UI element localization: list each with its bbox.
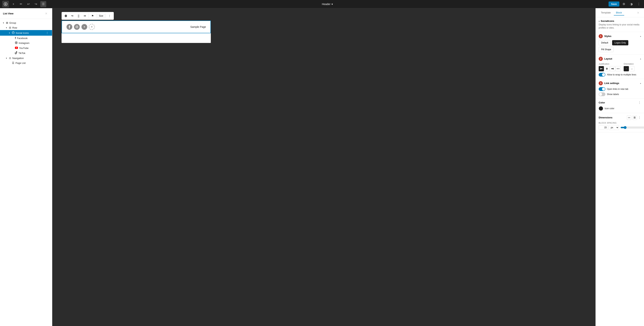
style-pill-shape-button[interactable]: Pill Shape (599, 47, 614, 52)
dimensions-chain-icon[interactable]: ⛓ (632, 115, 637, 120)
dimensions-link-icon[interactable] (627, 115, 631, 120)
justify-right-button[interactable] (610, 66, 615, 71)
contrast-button[interactable]: ◑ (628, 1, 634, 7)
open-new-tab-knob (602, 88, 605, 91)
color-more-icon[interactable]: ⋮ (638, 101, 641, 104)
tab-block[interactable]: Block (614, 10, 624, 16)
orient-horizontal-button[interactable]: → (624, 66, 629, 71)
wrap-toggle[interactable] (599, 73, 606, 77)
layout-section-header: 2 Layout ▴ (599, 57, 641, 61)
svg-rect-17 (600, 68, 601, 70)
block-spacing-slider[interactable] (620, 126, 644, 129)
justify-space-between-button[interactable] (616, 66, 621, 71)
tree-item-page-list[interactable]: ▾ ☰ Page List (0, 61, 52, 65)
style-logos-only-button[interactable]: Logos Only (612, 40, 628, 45)
panel-tabs: Template Block (599, 10, 624, 16)
edit-button[interactable]: ✏ (18, 1, 24, 7)
youtube-social-icon[interactable] (81, 24, 87, 30)
svg-rect-22 (613, 68, 614, 70)
styles-collapse-icon[interactable]: ▴ (640, 35, 641, 37)
tree-item-row[interactable]: ▾ ⊟ Row (0, 25, 52, 30)
share-toolbar-button[interactable] (69, 13, 75, 19)
add-social-icon-button[interactable]: + (89, 24, 95, 30)
open-new-tab-row: Open links in new tab (599, 87, 641, 91)
spacing-unit-select[interactable]: px em rem (609, 125, 619, 130)
group-icon: ⊞ (6, 21, 8, 24)
social-icons-panel-title: SocialIcons (601, 20, 614, 23)
open-new-tab-toggle[interactable] (599, 87, 606, 91)
instagram-social-icon[interactable] (74, 24, 80, 30)
more-toolbar-button[interactable]: ⋮ (106, 13, 112, 19)
block-spacing-input[interactable] (599, 125, 608, 130)
link-settings-section: 3 Link settings ▴ Open links in new tab … (596, 79, 644, 99)
block-spacing-row: px em rem (599, 125, 641, 130)
color-section: Color ⋮ Icon color (596, 99, 644, 113)
tree-item-instagram[interactable]: ▾ Instagram (0, 41, 52, 46)
layout-controls-row: Justification (599, 63, 641, 71)
tree-item-tiktok[interactable]: ▾ TikTok (0, 50, 52, 56)
tree-item-navigation[interactable]: ▾ ⊙ Navigation (0, 56, 52, 61)
align-toolbar-button[interactable] (63, 13, 69, 19)
svg-rect-10 (65, 16, 67, 17)
page-list-label: Page List (16, 62, 49, 64)
row-icon: ⊟ (9, 26, 11, 29)
list-view-header: List View ✕ (0, 8, 52, 19)
close-panel-button[interactable]: ✕ (635, 10, 641, 16)
social-icons-description: ▴ SocialIcons Display icons linking to y… (596, 17, 644, 32)
toolbar-divider-2 (96, 14, 96, 18)
instagram-icon (15, 42, 18, 45)
show-labels-toggle[interactable] (599, 92, 606, 96)
add-button[interactable]: + (10, 1, 16, 7)
more-options-button[interactable]: ⋮ (636, 1, 642, 7)
spacing-input-row: px em rem (599, 125, 619, 130)
link-settings-collapse-icon[interactable]: ▴ (640, 82, 641, 84)
arrows-toolbar-button[interactable] (82, 13, 88, 19)
navigation-label: Navigation (12, 57, 49, 60)
orient-vertical-button[interactable]: ↓ (629, 66, 634, 71)
layout-collapse-icon[interactable]: ▴ (640, 58, 641, 60)
style-buttons: Default Logos Only Pill Shape (599, 40, 641, 52)
size-toolbar-button[interactable]: Size (97, 14, 105, 18)
color-section-header: Color ⋮ (599, 101, 641, 104)
flag-toolbar-button[interactable]: ⚑ (90, 13, 96, 19)
settings-button[interactable]: ⚙ (621, 1, 627, 7)
svg-point-2 (12, 32, 14, 34)
save-button[interactable]: Save (608, 2, 619, 7)
link-settings-number: 3 (599, 81, 603, 85)
tree-item-social-icons[interactable]: ▾ Social Icons ⋮ (0, 30, 52, 36)
style-default-button[interactable]: Default (599, 40, 610, 45)
justification-col: Justification (599, 63, 621, 71)
tree-item-youtube[interactable]: ▾ YouTube (0, 46, 52, 50)
svg-point-4 (16, 42, 17, 43)
color-title: Color (599, 101, 605, 104)
tab-template[interactable]: Template (599, 10, 613, 16)
close-list-view-button[interactable]: ✕ (43, 11, 49, 17)
template-title-dropdown[interactable]: Header ▾ (320, 2, 334, 6)
topbar: + ✏ ↩ ↪ ☰ Header ▾ Save ⚙ ◑ ⋮ (0, 0, 644, 8)
dimensions-header-icons: ⛓ ⋮ (627, 115, 641, 120)
justify-left-button[interactable] (599, 66, 604, 71)
dimensions-title: Dimensions (599, 116, 612, 119)
dimensions-more-icon[interactable]: ⋮ (638, 116, 641, 119)
facebook-social-icon[interactable] (66, 24, 72, 30)
drag-toolbar-button[interactable]: ⣿ (76, 13, 82, 19)
wp-logo[interactable] (2, 1, 9, 8)
social-icons-more-icon[interactable]: ⋮ (45, 31, 49, 35)
redo-button[interactable]: ↪ (33, 1, 39, 7)
layout-section: 2 Layout ▴ Justification (596, 55, 644, 79)
sample-page-link[interactable]: Sample Page (190, 25, 206, 28)
header-block[interactable]: + Sample Page (62, 21, 211, 33)
tree-item-group[interactable]: ▾ ⊞ Group (0, 20, 52, 25)
topbar-right: Save ⚙ ◑ ⋮ (608, 1, 642, 7)
list-view-button[interactable]: ☰ (40, 1, 46, 7)
styles-title-row: 1 Styles (599, 34, 611, 38)
tree-item-facebook[interactable]: ▾ f Facebook (0, 36, 52, 41)
navigation-icon: ⊙ (9, 57, 11, 60)
tiktok-label: TikTok (18, 52, 49, 55)
justify-center-button[interactable] (604, 66, 610, 71)
svg-point-5 (17, 42, 17, 42)
icon-color-swatch[interactable] (599, 106, 603, 111)
undo-button[interactable]: ↩ (25, 1, 31, 7)
group-label: Group (9, 22, 49, 24)
list-view-title: List View (3, 12, 14, 15)
